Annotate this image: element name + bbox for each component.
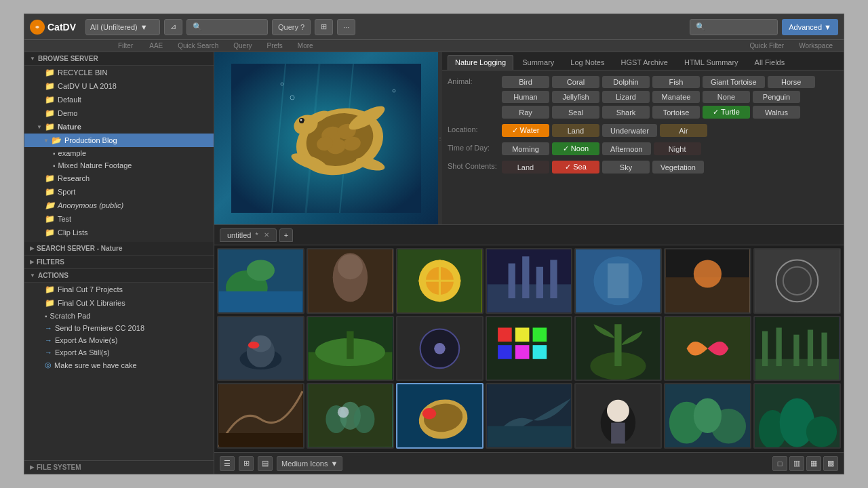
shot-btn-vegetation[interactable]: Vegetation (652, 161, 704, 174)
animal-btn-ray[interactable]: Ray (502, 106, 549, 119)
tab-summary[interactable]: Summary (515, 55, 561, 70)
sidebar-item-test[interactable]: 📁 Test (24, 212, 214, 226)
thumbnail-7[interactable] (753, 248, 841, 314)
animal-btn-manatee[interactable]: Manatee (652, 91, 700, 103)
animal-btn-fish[interactable]: Fish (652, 76, 700, 88)
thumbnail-13[interactable] (664, 316, 751, 382)
filters-header[interactable]: ▶ FILTERS (24, 256, 214, 269)
thumbnail-2[interactable] (307, 248, 394, 314)
animal-btn-none[interactable]: None (703, 91, 750, 103)
layout-btn-3[interactable]: ▦ (806, 456, 821, 471)
sidebar-item-recycle[interactable]: 📁 RECYCLE BIN (24, 66, 214, 79)
thumbnail-3[interactable] (396, 248, 484, 314)
sidebar-item-sport[interactable]: 📁 Sport (24, 185, 214, 199)
quick-filter-input[interactable]: 🔍 (690, 19, 778, 35)
sidebar-item-fcp7[interactable]: 📁 Final Cut 7 Projects (24, 283, 214, 296)
animal-btn-horse[interactable]: Horse (768, 76, 815, 88)
size-dropdown[interactable]: Medium Icons ▼ (277, 456, 342, 471)
tab-nature-logging[interactable]: Nature Logging (448, 55, 513, 70)
time-btn-noon[interactable]: ✓ Noon (552, 142, 599, 155)
thumbnail-6[interactable] (664, 248, 751, 314)
tab-hgst-archive[interactable]: HGST Archive (613, 55, 675, 70)
sidebar-item-demo[interactable]: 📁 Demo (24, 106, 214, 120)
time-btn-afternoon[interactable]: Afternoon (602, 142, 651, 155)
grid-view-btn[interactable]: ⊞ (239, 456, 254, 471)
animal-btn-penguin[interactable]: Penguin (753, 91, 800, 103)
query-btn[interactable]: Query ? (272, 19, 311, 35)
location-btn-underwater[interactable]: Underwater (602, 124, 657, 137)
animal-btn-lizard[interactable]: Lizard (602, 91, 650, 103)
prefs-btn[interactable]: ⊞ (315, 19, 333, 35)
sidebar-item-nature[interactable]: ▼ 📁 Nature (24, 120, 214, 134)
thumbnail-15[interactable] (217, 383, 304, 449)
strip-view-btn[interactable]: ▤ (258, 456, 273, 471)
time-btn-morning[interactable]: Morning (502, 142, 549, 155)
animal-btn-dolphin[interactable]: Dolphin (602, 76, 650, 88)
more-btn[interactable]: ··· (337, 19, 355, 35)
time-btn-night[interactable]: Night (654, 142, 701, 155)
thumbnail-18[interactable] (486, 383, 573, 449)
animal-btn-coral[interactable]: Coral (552, 76, 599, 88)
sidebar-item-cliplists[interactable]: 📁 Clip Lists (24, 226, 214, 239)
thumbnail-16[interactable] (307, 383, 394, 449)
actions-header[interactable]: ▼ ACTIONS (24, 269, 214, 283)
workspace-btn[interactable]: Advanced ▼ (782, 19, 838, 35)
layout-btn-1[interactable]: □ (772, 456, 787, 471)
filter-dropdown[interactable]: All (Unfiltered) ▼ (85, 19, 160, 35)
tab-close-icon[interactable]: ✕ (264, 231, 269, 239)
sidebar-item-scratch[interactable]: ▪ Scratch Pad (24, 310, 214, 322)
shot-btn-sea[interactable]: ✓ Sea (552, 161, 599, 174)
filter-icon-btn[interactable]: ⊿ (164, 19, 182, 35)
layout-btn-4[interactable]: ▩ (823, 456, 838, 471)
tab-html-summary[interactable]: HTML Summary (677, 55, 746, 70)
thumbnail-20[interactable] (664, 383, 751, 449)
thumbnail-19[interactable] (574, 383, 662, 449)
location-btn-water[interactable]: ✓ Water (502, 124, 549, 137)
browse-server-header[interactable]: ▼ BROWSE SERVER (24, 52, 214, 66)
tab-all-fields[interactable]: All Fields (747, 55, 793, 70)
file-system-section[interactable]: ▶ FILE SYSTEM (24, 460, 214, 474)
sidebar-item-movie[interactable]: → Export As Movie(s) (24, 334, 214, 346)
sidebar-item-still[interactable]: → Export As Still(s) (24, 346, 214, 359)
search-server-header[interactable]: ▶ SEARCH SERVER - Nature (24, 242, 214, 256)
sidebar-item-cake[interactable]: ◎ Make sure we have cake (24, 359, 214, 371)
shot-btn-sky[interactable]: Sky (602, 161, 650, 174)
animal-btn-turtle[interactable]: ✓ Turtle (703, 106, 750, 119)
thumbnail-5[interactable] (574, 248, 662, 314)
animal-btn-shark[interactable]: Shark (602, 106, 650, 119)
shot-btn-land[interactable]: Land (502, 161, 549, 174)
location-btn-land[interactable]: Land (552, 124, 599, 137)
sidebar-item-default[interactable]: 📁 Default (24, 93, 214, 106)
thumbnail-8[interactable] (217, 316, 304, 382)
sidebar-item-catdv[interactable]: 📁 CatDV U LA 2018 (24, 79, 214, 93)
search-input-box[interactable]: 🔍 (186, 19, 268, 35)
tab-log-notes[interactable]: Log Notes (563, 55, 612, 70)
thumbnail-21[interactable] (753, 383, 841, 449)
filmstrip-tab-untitled[interactable]: untitled * ✕ (220, 228, 277, 242)
add-tab-btn[interactable]: + (279, 228, 293, 242)
animal-btn-jellyfish[interactable]: Jellyfish (552, 91, 599, 103)
layout-btn-2[interactable]: ▥ (789, 456, 804, 471)
thumbnail-12[interactable] (574, 316, 662, 382)
thumbnail-9[interactable] (307, 316, 394, 382)
sidebar-item-premiere[interactable]: → Send to Premiere CC 2018 (24, 322, 214, 334)
thumbnail-14[interactable] (753, 316, 841, 382)
sidebar-item-production[interactable]: ▼ 📂 Production Blog (24, 134, 214, 147)
animal-btn-bird[interactable]: Bird (502, 76, 549, 88)
thumbnail-17[interactable] (396, 383, 484, 449)
thumbnail-11[interactable] (486, 316, 573, 382)
list-view-btn[interactable]: ☰ (220, 456, 235, 471)
sidebar-item-fcpx[interactable]: 📁 Final Cut X Libraries (24, 296, 214, 310)
location-btn-air[interactable]: Air (660, 124, 707, 137)
thumbnail-1[interactable] (217, 248, 304, 314)
sidebar-item-research[interactable]: 📁 Research (24, 171, 214, 185)
animal-btn-walrus[interactable]: Walrus (753, 106, 800, 119)
thumbnail-10[interactable] (396, 316, 484, 382)
thumbnail-4[interactable] (486, 248, 573, 314)
animal-btn-giant-tortoise[interactable]: Giant Tortoise (703, 76, 765, 88)
sidebar-item-mixed[interactable]: ▪ Mixed Nature Footage (24, 159, 214, 171)
sidebar-item-anonymous[interactable]: 📁 Anonymous (public) (24, 199, 214, 212)
animal-btn-tortoise[interactable]: Tortoise (652, 106, 700, 119)
animal-btn-seal[interactable]: Seal (552, 106, 599, 119)
animal-btn-human[interactable]: Human (502, 91, 549, 103)
